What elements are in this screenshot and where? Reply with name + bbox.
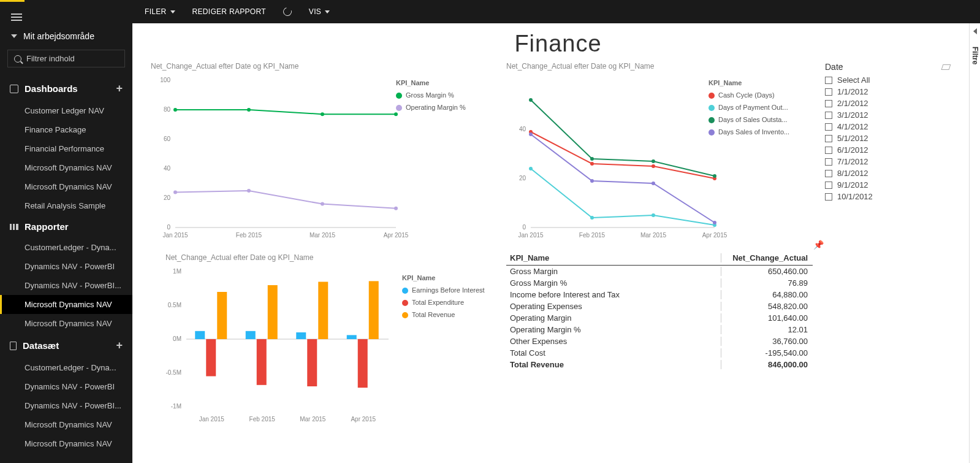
nav-item[interactable]: Microsoft Dynamics NAV xyxy=(0,415,132,434)
add-dashboard-button[interactable]: + xyxy=(116,82,123,95)
add-dataset-button[interactable]: + xyxy=(116,339,123,352)
table-row[interactable]: Operating Margin101,640.00 xyxy=(506,312,813,324)
svg-point-75 xyxy=(651,182,655,185)
workspace-name: Mit arbejdsområde xyxy=(23,31,94,41)
nav-item[interactable]: Financial Performance xyxy=(0,139,132,158)
checkbox-icon xyxy=(825,123,832,131)
slicer-item[interactable]: 10/1/2012 xyxy=(825,192,954,201)
nav-item[interactable]: Microsoft Dynamics NAV xyxy=(0,158,132,177)
slicer-item-label: Select All xyxy=(837,75,870,85)
file-menu[interactable]: FILER xyxy=(145,7,175,16)
svg-text:Jan 2015: Jan 2015 xyxy=(518,232,544,239)
svg-text:Cash Cycle (Days): Cash Cycle (Days) xyxy=(718,91,775,99)
chevron-down-icon xyxy=(170,10,175,13)
chart-days-lines[interactable]: Net_Change_Actual efter Date og KPI_Name… xyxy=(506,62,813,248)
table-row[interactable]: Total Cost-195,540.00 xyxy=(506,347,813,359)
reports-icon xyxy=(10,224,18,230)
slicer-item[interactable]: 7/1/2012 xyxy=(825,157,954,166)
svg-rect-43 xyxy=(358,339,368,388)
svg-text:Jan 2015: Jan 2015 xyxy=(199,416,225,423)
svg-text:Days of Payment Out...: Days of Payment Out... xyxy=(718,104,788,111)
nav-item[interactable]: Microsoft Dynamics NAV xyxy=(0,434,132,453)
section-dashboards-header[interactable]: Dashboards + xyxy=(0,76,132,101)
section-reports-header[interactable]: Rapporter xyxy=(0,215,132,238)
table-row[interactable]: Operating Expenses548,820.00 xyxy=(506,300,813,312)
nav-item[interactable]: Dynamics NAV - PowerBI xyxy=(0,377,132,396)
table-row[interactable]: Operating Margin %12.01 xyxy=(506,324,813,335)
slicer-item-label: 2/1/2012 xyxy=(837,99,868,108)
svg-point-72 xyxy=(713,174,716,178)
slicer-item[interactable]: 5/1/2012 xyxy=(825,134,954,143)
edit-report-button[interactable]: REDIGER RAPPORT xyxy=(192,7,266,16)
nav-item[interactable]: Retail Analysis Sample xyxy=(0,196,132,215)
slicer-item[interactable]: Select All xyxy=(825,75,954,85)
kpi-table[interactable]: KPI_Name Net_Change_Actual Gross Margin6… xyxy=(506,251,813,370)
filter-content-input[interactable]: Filtrer indhold xyxy=(7,50,125,67)
nav-item[interactable]: Dynamics NAV - PowerBI... xyxy=(0,396,132,415)
svg-text:60: 60 xyxy=(164,136,171,142)
workspace-selector[interactable]: Mit arbejdsområde xyxy=(0,28,132,50)
svg-point-47 xyxy=(402,288,408,294)
eraser-icon[interactable] xyxy=(941,64,951,70)
nav-item[interactable]: CustomerLedger - Dyna... xyxy=(0,358,132,377)
section-datasets-header[interactable]: Datasæt + xyxy=(0,333,132,358)
checkbox-icon xyxy=(825,147,832,154)
slicer-item[interactable]: 3/1/2012 xyxy=(825,110,954,120)
nav-item[interactable]: Microsoft Dynamics NAV xyxy=(0,177,132,196)
slicer-item[interactable]: 4/1/2012 xyxy=(825,122,954,131)
svg-point-22 xyxy=(396,105,402,111)
svg-point-66 xyxy=(590,216,594,220)
report-canvas: Finance Net_Change_Actual efter Date og … xyxy=(132,23,980,463)
slicer-item[interactable]: 2/1/2012 xyxy=(825,99,954,108)
hamburger-button[interactable] xyxy=(0,2,132,28)
svg-rect-42 xyxy=(347,335,357,339)
svg-rect-39 xyxy=(307,339,317,386)
table-cell-value: 12.01 xyxy=(721,325,813,334)
filters-panel-collapsed[interactable]: Filtre xyxy=(969,23,980,463)
nav-item[interactable]: Dynamics NAV - PowerBI xyxy=(0,257,132,276)
svg-rect-38 xyxy=(296,332,306,339)
nav-item[interactable]: CustomerLedger - Dyna... xyxy=(0,238,132,257)
table-row[interactable]: Other Expenses36,760.00 xyxy=(506,335,813,347)
checkbox-icon xyxy=(825,193,832,201)
pin-icon[interactable]: 📌 xyxy=(813,240,824,250)
nav-item[interactable]: Dynamics NAV - PowerBI... xyxy=(0,276,132,295)
datasets-icon xyxy=(10,342,17,350)
chart-margin-lines[interactable]: Net_Change_Actual efter Date og KPI_Name… xyxy=(151,62,494,248)
table-cell-value: 101,640.00 xyxy=(721,313,813,323)
svg-point-78 xyxy=(708,93,715,99)
table-row[interactable]: Gross Margin650,460.00 xyxy=(506,266,813,277)
table-cell-value: 650,460.00 xyxy=(721,267,813,276)
chart3-title: Net_Change_Actual efter Date og KPI_Name xyxy=(151,253,494,262)
slicer-item[interactable]: 6/1/2012 xyxy=(825,145,954,155)
slicer-item[interactable]: 8/1/2012 xyxy=(825,169,954,178)
nav-item[interactable]: Microsoft Dynamics NAV xyxy=(0,295,132,314)
svg-point-20 xyxy=(396,93,402,99)
table-row[interactable]: Gross Margin %76.89 xyxy=(506,277,813,289)
table-cell-kpi: Operating Margin xyxy=(506,313,721,323)
table-row[interactable]: Total Revenue846,000.00 xyxy=(506,359,813,370)
table-cell-kpi: Gross Margin % xyxy=(506,278,721,288)
slicer-item[interactable]: 1/1/2012 xyxy=(825,87,954,96)
main-area: FILER REDIGER RAPPORT VIS Finance Net_Ch… xyxy=(132,0,980,463)
nav-item[interactable]: Customer Ledger NAV xyxy=(0,101,132,120)
chart-grouped-bars[interactable]: Net_Change_Actual efter Date og KPI_Name… xyxy=(151,253,494,434)
checkbox-icon xyxy=(825,77,832,84)
table-row[interactable]: Income before Interest and Tax64,880.00 xyxy=(506,289,813,300)
svg-point-65 xyxy=(529,167,533,170)
table-header-row: KPI_Name Net_Change_Actual xyxy=(506,251,813,266)
chevron-left-icon xyxy=(973,28,977,34)
refresh-button[interactable] xyxy=(281,6,293,17)
slicer-item[interactable]: 9/1/2012 xyxy=(825,180,954,189)
svg-rect-35 xyxy=(257,339,267,385)
nav-item[interactable]: Finance Package xyxy=(0,120,132,139)
date-slicer[interactable]: Date Select All1/1/20122/1/20123/1/20124… xyxy=(825,62,954,434)
chart2-title: Net_Change_Actual efter Date og KPI_Name xyxy=(506,62,813,71)
table-cell-value: -195,540.00 xyxy=(721,348,813,358)
nav-item[interactable]: Microsoft Dynamics NAV xyxy=(0,314,132,333)
svg-text:Apr 2015: Apr 2015 xyxy=(384,232,409,239)
hamburger-icon xyxy=(11,17,22,18)
svg-point-69 xyxy=(529,98,533,102)
svg-text:-0.5M: -0.5M xyxy=(165,369,181,376)
view-menu[interactable]: VIS xyxy=(309,7,330,16)
